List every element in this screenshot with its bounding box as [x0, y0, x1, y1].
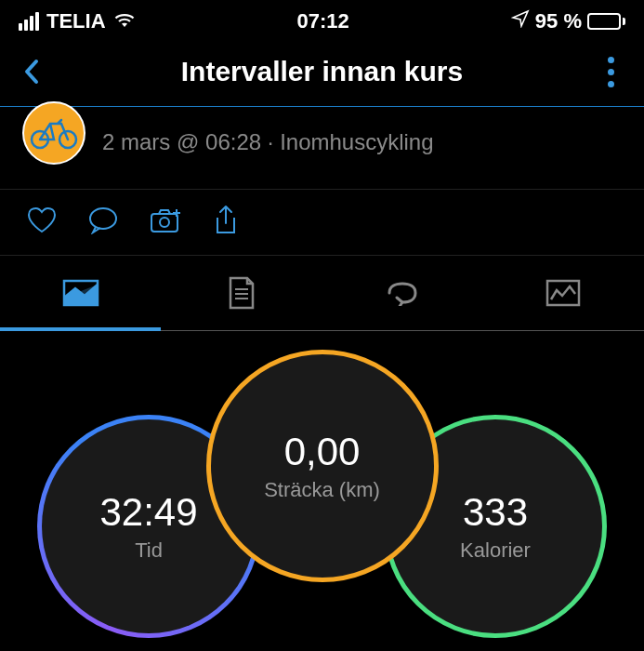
- time-label: Tid: [135, 538, 163, 563]
- metrics-area: 32:49 Tid 333 Kalorier 0,00 Sträcka (km): [0, 340, 644, 638]
- svg-rect-3: [151, 214, 177, 232]
- metric-distance[interactable]: 0,00 Sträcka (km): [206, 350, 439, 582]
- page-title: Intervaller innan kurs: [45, 56, 599, 87]
- nav-header: Intervaller innan kurs: [0, 39, 644, 107]
- document-icon: [227, 276, 256, 310]
- carrier-label: TELIA: [46, 9, 106, 33]
- calories-label: Kalorier: [460, 538, 531, 563]
- action-bar: [0, 189, 644, 256]
- photo-button[interactable]: [149, 205, 182, 236]
- status-right: 95 %: [511, 9, 625, 33]
- back-button[interactable]: [22, 58, 45, 86]
- status-time: 07:12: [297, 9, 349, 33]
- svg-point-2: [90, 208, 116, 229]
- wifi-icon: [113, 13, 136, 30]
- activity-timestamp: 2 mars @ 06:28: [102, 129, 261, 154]
- chart-icon: [545, 279, 581, 307]
- status-bar: TELIA 07:12 95 %: [0, 0, 644, 39]
- share-button[interactable]: [212, 205, 240, 236]
- tab-map[interactable]: [0, 256, 161, 330]
- more-menu-button[interactable]: [599, 57, 622, 87]
- distance-label: Sträcka (km): [264, 478, 380, 502]
- activity-meta: 2 mars @ 06:28 · Inomhuscykling: [102, 129, 434, 155]
- laps-icon: [384, 280, 421, 306]
- tab-stats[interactable]: [161, 256, 322, 330]
- tab-laps[interactable]: [322, 256, 483, 330]
- battery-icon: [587, 13, 625, 30]
- activity-type-icon[interactable]: [22, 101, 85, 165]
- map-icon: [62, 279, 99, 307]
- activity-row: 2 mars @ 06:28 · Inomhuscykling: [0, 107, 644, 189]
- signal-icon: [19, 12, 39, 31]
- distance-value: 0,00: [284, 430, 361, 474]
- status-left: TELIA: [19, 9, 136, 33]
- tab-bar: [0, 256, 644, 331]
- comment-button[interactable]: [87, 205, 119, 236]
- svg-point-4: [160, 218, 169, 227]
- calories-value: 333: [463, 490, 528, 535]
- activity-type-label: Inomhuscykling: [280, 129, 433, 154]
- location-icon: [511, 9, 530, 33]
- battery-pct: 95 %: [535, 9, 582, 33]
- bike-icon: [30, 116, 78, 150]
- time-value: 32:49: [99, 490, 197, 535]
- like-button[interactable]: [26, 205, 58, 236]
- tab-charts[interactable]: [483, 256, 644, 330]
